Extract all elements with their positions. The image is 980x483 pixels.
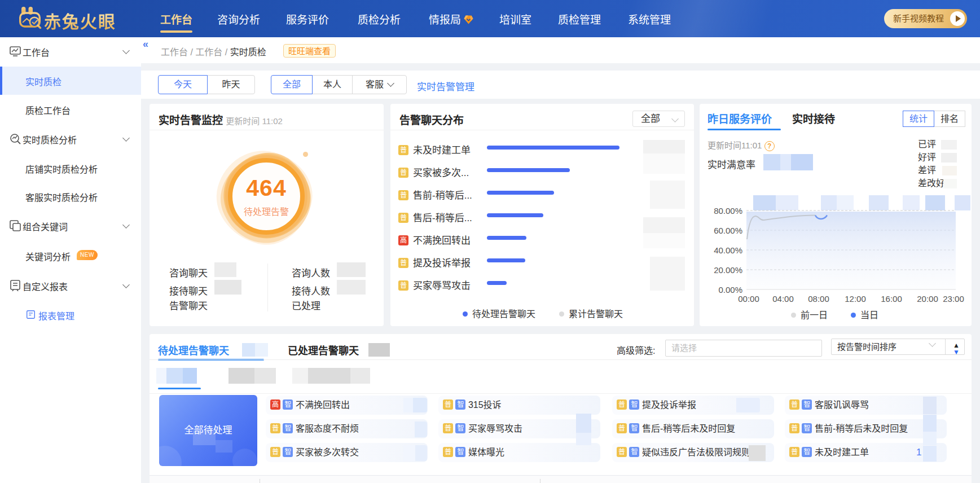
svg-text:16:00: 16:00 <box>881 294 902 304</box>
svg-text:40.00%: 40.00% <box>714 245 742 255</box>
svg-text:80.00%: 80.00% <box>714 206 742 216</box>
svg-text:20.00%: 20.00% <box>714 265 742 275</box>
svg-text:0.00%: 0.00% <box>718 285 742 295</box>
svg-text:04:00: 04:00 <box>772 294 794 304</box>
svg-text:60.00%: 60.00% <box>714 226 742 235</box>
svg-text:12:00: 12:00 <box>845 294 866 304</box>
svg-text:08:00: 08:00 <box>808 294 829 304</box>
svg-text:20:00: 20:00 <box>917 294 938 304</box>
svg-text:00:00: 00:00 <box>738 294 759 304</box>
svg-text:23:00: 23:00 <box>943 294 964 304</box>
